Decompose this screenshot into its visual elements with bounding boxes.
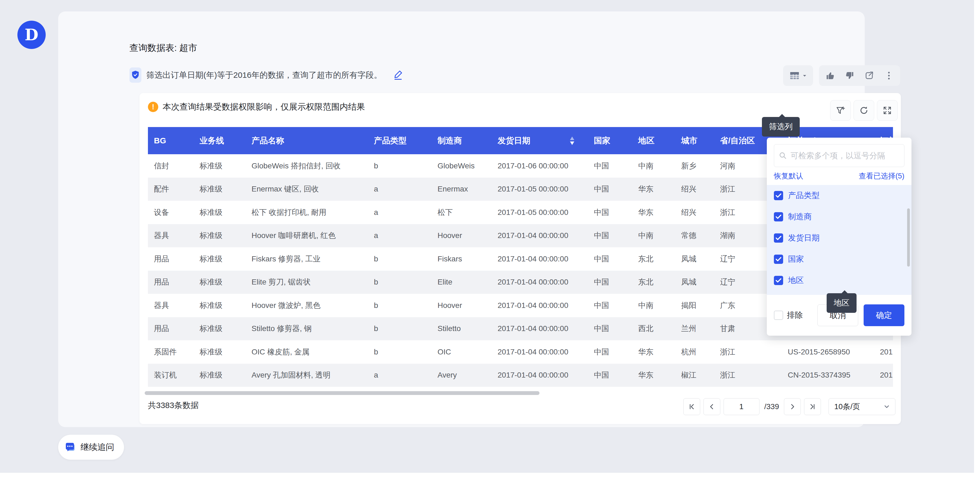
column-header-5[interactable]: 制造商: [438, 127, 498, 154]
filter-item-label: 制造商: [788, 211, 812, 222]
table-cell: 常德: [681, 224, 720, 247]
next-page-button[interactable]: [784, 398, 801, 415]
table-cell: 中国: [594, 364, 638, 387]
restore-default-link[interactable]: 恢复默认: [774, 171, 803, 181]
first-page-button[interactable]: [683, 398, 700, 415]
sort-icon[interactable]: [570, 137, 575, 145]
page-size-select[interactable]: 10条/页: [829, 398, 896, 415]
table-cell: 中国: [594, 201, 638, 224]
table-cell: 中南: [638, 154, 681, 178]
view-selected-link[interactable]: 查看已选择(5): [859, 171, 904, 181]
table-cell: 西北: [638, 317, 681, 341]
current-page-input[interactable]: 1: [724, 398, 759, 415]
table-cell: 中国: [594, 317, 638, 341]
exclude-checkbox[interactable]: 排除: [774, 310, 803, 321]
column-header-label: 省/自治区: [720, 135, 755, 146]
column-header-label: 地区: [638, 135, 654, 146]
checkbox-checked-icon: [774, 191, 783, 200]
table-cell: 揭阳: [681, 294, 720, 317]
assistant-message-bubble: 查询数据表: 超市 筛选出订单日期(年)等于2016年的数据，查询了超市的所有字…: [58, 11, 865, 427]
table-cell: 2017-01-04 00:00:00: [498, 271, 594, 294]
more-icon[interactable]: [884, 70, 894, 81]
column-header-8[interactable]: 地区: [638, 127, 681, 154]
table-cell: 新乡: [681, 154, 720, 178]
column-header-label: BG: [154, 136, 166, 145]
query-table-title: 查询数据表: 超市: [129, 42, 197, 54]
table-view-icon: [789, 71, 800, 81]
table-cell: 绍兴: [681, 178, 720, 201]
edit-query-icon[interactable]: [393, 70, 403, 80]
filter-item-制造商[interactable]: 制造商: [767, 206, 912, 227]
table-cell: 中南: [638, 294, 681, 317]
view-switch-pill: [783, 65, 813, 86]
filter-item-地区[interactable]: 地区: [767, 270, 912, 291]
table-cell: 用品: [148, 271, 200, 294]
table-cell: 系固件: [148, 340, 200, 364]
query-summary-text: 筛选出订单日期(年)等于2016年的数据，查询了超市的所有字段。: [146, 70, 382, 81]
column-header-9[interactable]: 城市: [681, 127, 720, 154]
table-cell: 松下: [438, 201, 498, 224]
prev-page-button[interactable]: [703, 398, 720, 415]
table-cell: 华东: [638, 340, 681, 364]
table-cell: 杭州: [681, 340, 720, 364]
filter-search-input[interactable]: [790, 151, 899, 161]
table-cell: Fiskars: [438, 247, 498, 271]
column-header-label: 国家: [594, 135, 610, 146]
table-cell: Stiletto 修剪器, 钢: [251, 317, 374, 341]
table-cell: b: [374, 340, 438, 364]
column-header-6[interactable]: 发货日期: [498, 127, 594, 154]
table-cell: a: [374, 178, 438, 201]
page-size-value: 10条/页: [834, 402, 860, 412]
table-cell: 设备: [148, 201, 200, 224]
table-cell: 华东: [638, 178, 681, 201]
table-cell: 华东: [638, 201, 681, 224]
column-header-3[interactable]: 产品名称: [251, 127, 374, 154]
table-cell: 2017-01-06 00:00:00: [498, 154, 594, 178]
filter-columns-button[interactable]: [830, 100, 851, 121]
table-cell: 标准级: [200, 247, 251, 271]
popup-scrollbar[interactable]: [907, 208, 910, 266]
table-cell: 标准级: [200, 154, 251, 178]
table-cell: OIC 橡皮筋, 金属: [251, 340, 374, 364]
table-cell: 椒江: [681, 364, 720, 387]
confirm-button[interactable]: 确定: [864, 305, 904, 326]
tooltip-arrow: [779, 114, 785, 117]
table-cell: CN-2015-3374395: [788, 364, 880, 387]
table-row[interactable]: 装订机标准级Avery 孔加固材料, 透明aAvery2017-01-04 00…: [148, 364, 893, 387]
table-row[interactable]: 系固件标准级OIC 橡皮筋, 金属bOIC2017-01-04 00:00:00…: [148, 340, 893, 364]
assistant-avatar-letter: D: [25, 26, 38, 44]
query-summary-row: 筛选出订单日期(年)等于2016年的数据，查询了超市的所有字段。: [129, 67, 403, 83]
thumbs-down-icon[interactable]: [845, 70, 855, 81]
table-cell: 中国: [594, 271, 638, 294]
table-cell: 2017-01-04 00:00:00: [498, 247, 594, 271]
column-header-2[interactable]: 业务线: [200, 127, 251, 154]
table-cell: Enermax 键区, 回收: [251, 178, 374, 201]
filter-item-label: 国家: [788, 254, 804, 265]
horizontal-scrollbar[interactable]: [145, 391, 539, 395]
fullscreen-button[interactable]: [877, 100, 897, 121]
table-view-button[interactable]: [789, 71, 807, 81]
filter-item-国家[interactable]: 国家: [767, 249, 912, 270]
table-cell: 凤城: [681, 247, 720, 271]
table-cell: 兰州: [681, 317, 720, 341]
table-cell: 中国: [594, 340, 638, 364]
filter-item-发货日期[interactable]: 发货日期: [767, 227, 912, 249]
permission-notice-text: 本次查询结果受数据权限影响，仅展示权限范围内结果: [162, 101, 365, 113]
feedback-pill: [819, 65, 900, 86]
last-page-button[interactable]: [804, 398, 821, 415]
column-header-7[interactable]: 国家: [594, 127, 638, 154]
column-header-4[interactable]: 产品类型: [374, 127, 438, 154]
share-icon[interactable]: [864, 70, 875, 81]
table-cell: 凤城: [681, 271, 720, 294]
table-cell: Enermax: [438, 178, 498, 201]
filter-item-产品类型[interactable]: 产品类型: [767, 185, 912, 206]
permission-notice: ! 本次查询结果受数据权限影响，仅展示权限范围内结果: [148, 101, 365, 113]
filter-search-box: [774, 144, 904, 167]
refresh-button[interactable]: [854, 100, 874, 121]
table-cell: 标准级: [200, 294, 251, 317]
shield-icon: [129, 67, 142, 83]
table-cell: 标准级: [200, 224, 251, 247]
follow-up-button[interactable]: 继续追问: [58, 435, 124, 460]
column-header-1[interactable]: BG: [148, 127, 200, 154]
thumbs-up-icon[interactable]: [825, 70, 835, 81]
